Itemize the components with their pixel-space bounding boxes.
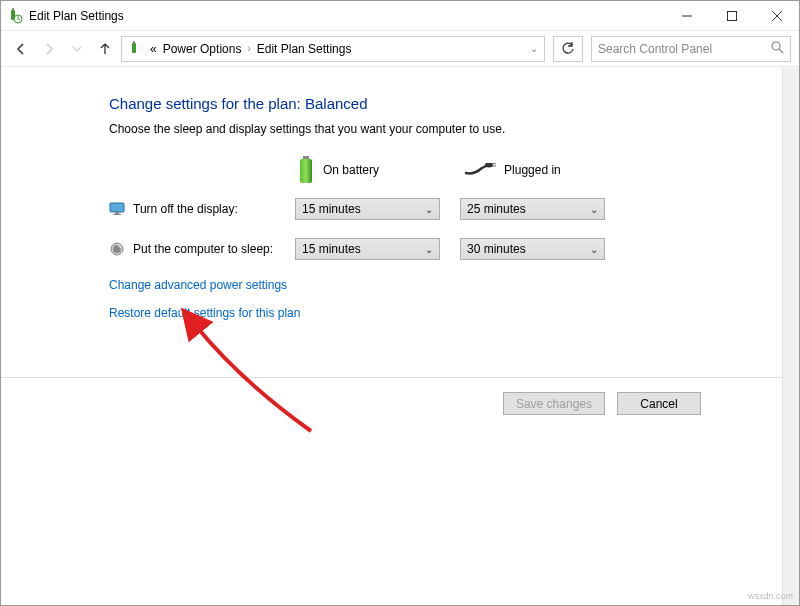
page-heading: Change settings for the plan: Balanced — [109, 95, 799, 112]
restore-defaults-link[interactable]: Restore default settings for this plan — [109, 306, 799, 320]
display-icon — [109, 201, 125, 217]
search-icon — [771, 41, 784, 57]
display-timeout-label: Turn off the display: — [133, 202, 295, 216]
svg-rect-11 — [303, 156, 309, 159]
annotation-arrow — [141, 301, 341, 451]
svg-rect-12 — [300, 159, 312, 183]
svg-rect-1 — [12, 8, 14, 10]
footer-buttons: Save changes Cancel — [1, 377, 799, 415]
search-input[interactable]: Search Control Panel — [591, 36, 791, 62]
chevron-down-icon: ⌄ — [425, 204, 433, 215]
svg-rect-8 — [133, 41, 135, 43]
sleep-plugged-dropdown[interactable]: 30 minutes ⌄ — [460, 238, 605, 260]
chevron-down-icon: ⌄ — [590, 244, 598, 255]
breadcrumb-item[interactable]: Edit Plan Settings — [257, 42, 352, 56]
svg-rect-4 — [727, 11, 736, 20]
breadcrumb-item[interactable]: Power Options — [163, 42, 242, 56]
svg-rect-7 — [132, 43, 136, 53]
svg-line-10 — [779, 49, 783, 53]
recent-locations-button[interactable] — [65, 37, 89, 61]
svg-point-9 — [772, 42, 780, 50]
cancel-button[interactable]: Cancel — [617, 392, 701, 415]
display-timeout-row: Turn off the display: 15 minutes ⌄ 25 mi… — [109, 198, 799, 220]
titlebar: Edit Plan Settings — [1, 1, 799, 31]
nav-bar: « Power Options › Edit Plan Settings ⌄ S… — [1, 31, 799, 67]
battery-column-label: On battery — [323, 163, 379, 177]
forward-button[interactable] — [37, 37, 61, 61]
up-button[interactable] — [93, 37, 117, 61]
display-battery-dropdown[interactable]: 15 minutes ⌄ — [295, 198, 440, 220]
plugged-column-label: Plugged in — [504, 163, 561, 177]
sleep-timeout-row: Put the computer to sleep: 15 minutes ⌄ … — [109, 238, 799, 260]
address-bar[interactable]: « Power Options › Edit Plan Settings ⌄ — [121, 36, 545, 62]
svg-line-14 — [492, 163, 496, 164]
battery-icon — [297, 156, 315, 184]
power-plan-icon — [128, 41, 144, 57]
svg-rect-16 — [110, 203, 124, 212]
advanced-settings-link[interactable]: Change advanced power settings — [109, 278, 799, 292]
power-plan-icon — [7, 8, 23, 24]
back-button[interactable] — [9, 37, 33, 61]
page-subtext: Choose the sleep and display settings th… — [109, 122, 799, 136]
display-plugged-dropdown[interactable]: 25 minutes ⌄ — [460, 198, 605, 220]
svg-rect-17 — [115, 212, 119, 214]
maximize-button[interactable] — [709, 1, 754, 31]
vertical-scrollbar[interactable] — [782, 68, 799, 605]
content-area: Change settings for the plan: Balanced C… — [1, 67, 799, 320]
minimize-button[interactable] — [664, 1, 709, 31]
close-button[interactable] — [754, 1, 799, 31]
window-title: Edit Plan Settings — [29, 9, 124, 23]
refresh-button[interactable] — [553, 36, 583, 62]
sleep-icon — [109, 241, 125, 257]
watermark: wsxdn.com — [748, 591, 793, 601]
plug-icon — [464, 163, 496, 177]
save-button[interactable]: Save changes — [503, 392, 605, 415]
sleep-timeout-label: Put the computer to sleep: — [133, 242, 295, 256]
chevron-down-icon: ⌄ — [425, 244, 433, 255]
sleep-battery-dropdown[interactable]: 15 minutes ⌄ — [295, 238, 440, 260]
svg-rect-18 — [113, 214, 121, 215]
search-placeholder: Search Control Panel — [598, 42, 712, 56]
breadcrumb-prefix: « — [150, 42, 157, 56]
chevron-down-icon: ⌄ — [590, 204, 598, 215]
chevron-right-icon: › — [247, 43, 250, 54]
chevron-down-icon[interactable]: ⌄ — [530, 43, 538, 54]
